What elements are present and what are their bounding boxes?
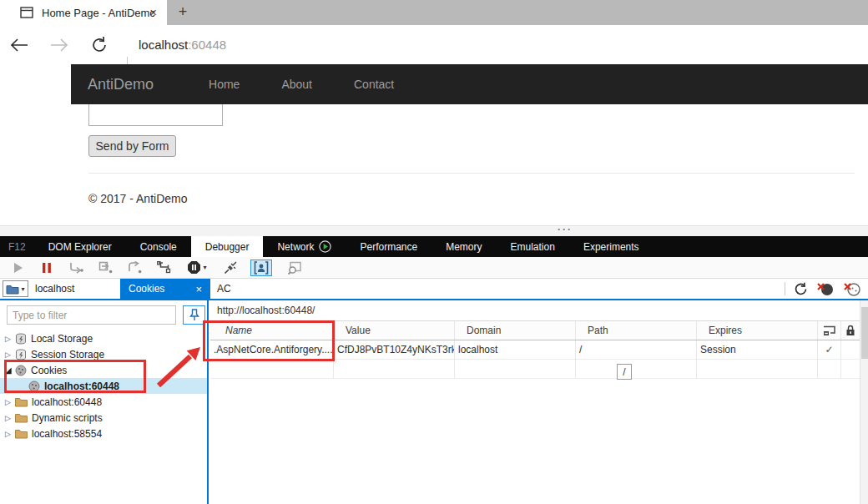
devtools-resize-handle[interactable]: ··· [0,225,868,236]
expander-icon[interactable]: ▷ [5,398,15,406]
expander-icon[interactable]: ◢ [5,365,15,375]
disconnect-icon[interactable] [221,260,240,276]
browser-tab[interactable]: Home Page - AntiDemc × [0,0,167,25]
vertical-scrollbar[interactable] [860,300,868,504]
site-brand[interactable]: AntiDemo [88,76,154,93]
column-header-httponly-icon[interactable] [818,321,841,340]
nav-contact[interactable]: Contact [341,78,407,91]
delete-domain-cookies-icon[interactable] [816,282,835,296]
column-header-name[interactable]: Name [210,321,334,340]
column-header-domain[interactable]: Domain [455,321,576,340]
pretty-print-icon[interactable] [285,260,304,276]
send-by-form-button[interactable]: Send by Form [88,135,176,157]
form-text-input[interactable] [88,104,223,126]
address-port: :60448 [188,38,226,52]
filter-input[interactable] [7,305,176,325]
path-edit-box[interactable]: / [617,364,632,380]
just-my-code-icon[interactable] [250,260,272,276]
step-out-icon[interactable] [125,260,144,276]
storage-icon [15,349,27,360]
tab-emulation[interactable]: Emulation [497,236,569,257]
refresh-button[interactable] [88,34,110,56]
folder-icon [15,413,28,423]
exception-control-icon[interactable]: ▾ [184,260,210,276]
tab-dom-explorer[interactable]: DOM Explorer [34,236,126,257]
back-button[interactable] [8,34,30,56]
nav-home[interactable]: Home [195,78,253,91]
cookie-icon [15,365,27,376]
address-input[interactable]: localhost:60448 [139,25,226,64]
pin-button[interactable] [183,305,205,325]
folder-icon [6,284,19,295]
cookie-domain-cell[interactable]: localhost [455,340,576,359]
close-icon[interactable]: × [195,283,202,295]
debugger-main: ▷ Local Storage ▷ Session Storage ◢ Cook… [0,300,868,504]
footer-divider [88,173,855,174]
network-profiling-icon [319,240,331,253]
cookies-table-panel: http://localhost:60448/ Name Value Domai… [210,300,860,504]
break-on-new-worker-icon[interactable] [154,260,173,276]
tree-item-dynamic-scripts[interactable]: ▷ Dynamic scripts [0,410,207,426]
folder-icon [15,397,28,407]
tab-close-icon[interactable]: × [149,0,157,25]
address-host: localhost [139,38,188,52]
column-header-path[interactable]: Path [576,321,697,340]
page-icon [20,7,33,18]
panel-tab-cookies[interactable]: Cookies × [120,279,210,299]
cookie-icon [28,381,40,392]
expander-icon[interactable]: ▷ [5,430,15,438]
browser-tab-bar: Home Page - AntiDemc × + [0,0,868,25]
grip-dots-icon: ··· [558,224,573,235]
new-tab-button[interactable]: + [171,0,194,25]
tab-f12: F12 [0,236,34,257]
refresh-cookies-icon[interactable] [794,282,808,296]
document-tab-ac[interactable]: AC [217,279,231,299]
tab-debugger[interactable]: Debugger [191,236,264,257]
cookie-value-cell[interactable]: CfDJ8PvBT10Z4yNKsT3rk... [334,340,455,359]
address-bar: localhost:60448 [0,25,868,64]
cookie-secure-cell [841,340,860,359]
nav-about[interactable]: About [268,78,326,91]
tab-memory[interactable]: Memory [431,236,496,257]
empty-cookie-row[interactable] [210,360,860,379]
dropdown-arrow-icon: ▾ [203,264,206,271]
step-into-icon[interactable] [96,260,114,276]
expander-icon[interactable]: ▷ [5,414,15,422]
delete-session-cookies-icon[interactable] [843,282,861,296]
break-icon[interactable] [38,260,56,276]
expander-icon[interactable]: ▷ [5,335,15,343]
site-navbar: AntiDemo Home About Contact [71,64,868,104]
tree-item-session-storage[interactable]: ▷ Session Storage [0,346,207,362]
tree-item-localhost-60448[interactable]: ▷ localhost:60448 [0,394,207,410]
continue-icon[interactable] [8,260,27,276]
tree-item-cookies-localhost[interactable]: localhost:60448 [0,378,207,394]
storage-tree-panel: ▷ Local Storage ▷ Session Storage ◢ Cook… [0,300,209,504]
toolbar-separator [785,282,785,295]
column-header-secure-icon[interactable] [841,321,860,340]
scrollbar-thumb[interactable] [861,307,868,359]
cookie-name-cell[interactable]: .AspNetCore.Antiforgery.... [210,340,334,359]
tab-experiments[interactable]: Experiments [569,236,654,257]
cookie-httponly-check: ✓ [818,340,841,359]
cookie-origin-url: http://localhost:60448/ [210,300,860,321]
column-header-expires[interactable]: Expires [697,321,818,340]
tab-network[interactable]: Network [263,236,346,257]
tab-performance[interactable]: Performance [346,236,431,257]
expander-icon[interactable]: ▷ [5,350,15,359]
forward-button[interactable] [48,34,70,56]
cookie-expires-cell[interactable]: Session [697,340,818,359]
panel-tab-localhost[interactable]: localhost [30,279,120,299]
tab-title: Home Page - AntiDemc [42,7,155,19]
devtools-tab-bar: F12 DOM Explorer Console Debugger Networ… [0,236,868,257]
tab-console[interactable]: Console [126,236,191,257]
tree-item-cookies[interactable]: ◢ Cookies [0,362,207,378]
cookie-path-cell[interactable]: / [576,340,697,359]
step-over-icon[interactable] [67,260,85,276]
copyright-text: © 2017 - AntiDemo [88,192,188,205]
target-picker-dropdown[interactable]: ▾ [3,280,28,297]
column-header-value[interactable]: Value [334,321,455,340]
tree-item-local-storage[interactable]: ▷ Local Storage [0,330,207,346]
cookie-row[interactable]: .AspNetCore.Antiforgery.... CfDJ8PvBT10Z… [210,340,860,360]
tree-item-localhost-58554[interactable]: ▷ localhost:58554 [0,426,207,441]
site-nav: Home About Contact [195,78,422,91]
